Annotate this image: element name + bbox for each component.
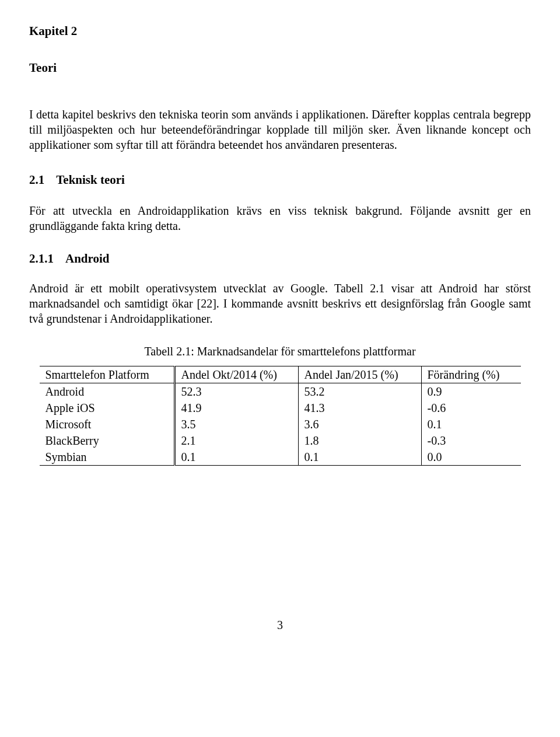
table-cell: 3.5 — [174, 416, 298, 432]
table-cell: 41.3 — [298, 400, 421, 416]
table-cell: 0.1 — [421, 416, 521, 432]
table-cell: Android — [40, 383, 175, 400]
section-title: Teknisk teori — [56, 173, 125, 187]
table-row: Symbian 0.1 0.1 0.0 — [40, 449, 521, 466]
section-2-1-1-paragraph: Android är ett mobilt operativsystem utv… — [29, 281, 531, 326]
table-row: Apple iOS 41.9 41.3 -0.6 — [40, 400, 521, 416]
table-header-row: Smarttelefon Platform Andel Okt/2014 (%)… — [40, 366, 521, 383]
section-2-1-1-heading: 2.1.1Android — [29, 251, 531, 267]
table-header-change: Förändring (%) — [421, 366, 521, 383]
table-cell: 52.3 — [174, 383, 298, 400]
table-cell: 1.8 — [298, 432, 421, 449]
table-cell: 0.9 — [421, 383, 521, 400]
page-number: 3 — [29, 617, 531, 633]
table-cell: BlackBerry — [40, 432, 175, 449]
table-header-jan: Andel Jan/2015 (%) — [298, 366, 421, 383]
table-cell: -0.6 — [421, 400, 521, 416]
section-2-1-paragraph: För att utveckla en Androidapplikation k… — [29, 203, 531, 233]
table-cell: 0.0 — [421, 449, 521, 466]
table-cell: Apple iOS — [40, 400, 175, 416]
subsection-number: 2.1.1 — [29, 251, 54, 267]
chapter-title: Teori — [29, 60, 531, 76]
table-row: Microsoft 3.5 3.6 0.1 — [40, 416, 521, 432]
table-cell: 41.9 — [174, 400, 298, 416]
table-cell: 0.1 — [174, 449, 298, 466]
chapter-label: Kapitel 2 — [29, 23, 531, 39]
table-row: Android 52.3 53.2 0.9 — [40, 383, 521, 400]
table-cell: 53.2 — [298, 383, 421, 400]
section-number: 2.1 — [29, 172, 44, 188]
table-cell: Symbian — [40, 449, 175, 466]
table-header-okt: Andel Okt/2014 (%) — [174, 366, 298, 383]
table-header-platform: Smarttelefon Platform — [40, 366, 175, 383]
intro-paragraph: I detta kapitel beskrivs den tekniska te… — [29, 107, 531, 152]
market-share-table: Smarttelefon Platform Andel Okt/2014 (%)… — [40, 366, 521, 466]
subsection-title: Android — [65, 252, 109, 266]
section-2-1-heading: 2.1Teknisk teori — [29, 172, 531, 188]
table-cell: -0.3 — [421, 432, 521, 449]
table-cell: Microsoft — [40, 416, 175, 432]
table-cell: 2.1 — [174, 432, 298, 449]
table-cell: 0.1 — [298, 449, 421, 466]
table-row: BlackBerry 2.1 1.8 -0.3 — [40, 432, 521, 449]
table-caption: Tabell 2.1: Marknadsandelar för smarttel… — [29, 344, 531, 359]
table-cell: 3.6 — [298, 416, 421, 432]
